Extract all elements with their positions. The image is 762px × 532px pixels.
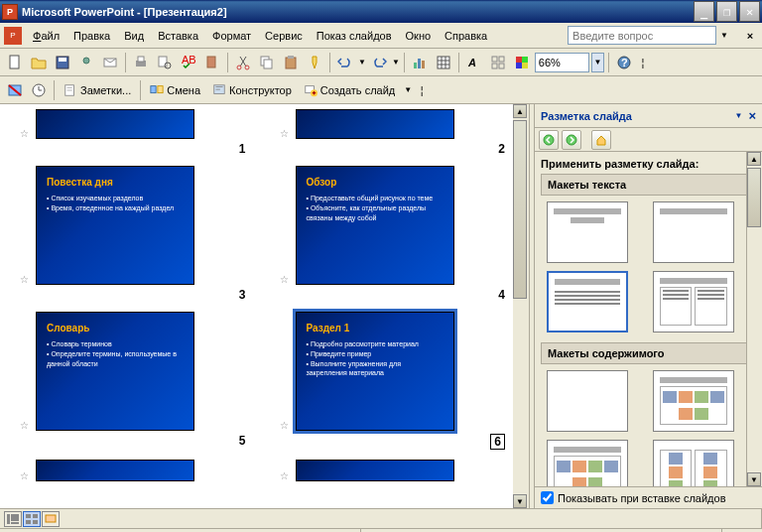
paste-button[interactable] <box>280 52 302 73</box>
slide-number: 5 <box>239 434 246 448</box>
taskpane-dropdown-icon[interactable]: ▼ <box>734 111 742 120</box>
taskpane-scrollbar[interactable]: ▲ ▼ <box>746 152 762 486</box>
help-dropdown-icon[interactable]: ▼ <box>720 31 728 40</box>
zoom-combo[interactable]: 66% <box>535 53 589 72</box>
animation-star-icon: ☆ <box>280 274 294 285</box>
slide-thumbnail[interactable]: Словарь• Словарь терминов• Определите те… <box>36 312 194 431</box>
copy-button[interactable] <box>256 52 278 73</box>
toolbar2-options-icon[interactable]: ¦ <box>416 79 428 101</box>
slide-thumbnail[interactable] <box>296 460 454 481</box>
menu-tools[interactable]: Сервис <box>258 28 310 44</box>
svg-rect-10 <box>207 57 215 67</box>
menu-insert[interactable]: Вставка <box>151 28 205 44</box>
nav-home-button[interactable] <box>591 130 611 150</box>
layout-two-content[interactable] <box>653 440 734 486</box>
close-button[interactable]: ✕ <box>739 1 760 22</box>
research-button[interactable] <box>201 52 223 73</box>
minimize-button[interactable]: _ <box>694 1 714 22</box>
show-formatting-button[interactable]: A <box>463 52 485 73</box>
task-pane: Разметка слайда ▼ × Применить разметку с… <box>534 104 762 508</box>
menu-view[interactable]: Вид <box>117 28 151 44</box>
slide-thumbnail[interactable] <box>36 460 194 481</box>
doc-close-button[interactable]: × <box>742 28 758 44</box>
transition-button[interactable]: Смена <box>145 79 205 101</box>
layout-title[interactable] <box>547 201 628 263</box>
toolbar-options-icon[interactable]: ¦ <box>637 52 649 73</box>
sorter-scrollbar[interactable]: ▲ ▼ <box>513 104 529 508</box>
color-button[interactable] <box>511 52 533 73</box>
slide-thumbnail[interactable]: Повестка дня• Список изучаемых разделов•… <box>36 166 194 285</box>
scroll-up-icon[interactable]: ▲ <box>513 104 527 118</box>
menu-edit[interactable]: Правка <box>66 28 117 44</box>
slide-thumbnail[interactable]: Раздел 1• Подробно рассмотрите материал•… <box>296 312 454 431</box>
print-button[interactable] <box>130 52 152 73</box>
spellcheck-button[interactable]: ABC <box>178 52 199 73</box>
svg-rect-17 <box>414 63 417 68</box>
svg-rect-14 <box>264 60 272 68</box>
new-slide-button[interactable]: Создать слайд <box>299 79 400 101</box>
email-button[interactable] <box>99 52 121 73</box>
layout-content[interactable] <box>653 370 734 432</box>
design-button[interactable]: Конструктор <box>207 79 297 101</box>
slide-number: 1 <box>239 142 246 156</box>
scroll-thumb[interactable] <box>513 120 527 299</box>
taskpane-close-button[interactable]: × <box>748 108 756 123</box>
permission-button[interactable] <box>75 52 97 73</box>
undo-button[interactable] <box>334 52 356 73</box>
format-painter-button[interactable] <box>304 52 325 73</box>
menu-help[interactable]: Справка <box>438 28 494 44</box>
print-preview-button[interactable] <box>154 52 176 73</box>
svg-rect-6 <box>138 57 144 62</box>
open-button[interactable] <box>28 52 50 73</box>
taskpane-title: Разметка слайда <box>541 110 632 122</box>
animation-star-icon: ☆ <box>20 274 34 285</box>
nav-forward-button[interactable] <box>562 130 581 150</box>
help-search-input[interactable] <box>568 26 716 45</box>
slideshow-view-button[interactable] <box>42 511 60 527</box>
slide-thumbnail[interactable] <box>296 109 454 139</box>
layout-blank[interactable] <box>547 370 628 432</box>
redo-button[interactable] <box>368 52 390 73</box>
tp-scroll-down-icon[interactable]: ▼ <box>747 472 761 486</box>
chart-button[interactable] <box>409 52 431 73</box>
layout-title-only[interactable] <box>653 201 734 263</box>
slide-sorter-area[interactable]: ☆1☆2☆Повестка дня• Список изучаемых разд… <box>0 104 529 508</box>
nav-back-button[interactable] <box>539 130 559 150</box>
menu-slideshow[interactable]: Показ слайдов <box>310 28 399 44</box>
svg-rect-27 <box>499 57 504 62</box>
new-slide-dropdown-icon[interactable]: ▼ <box>402 85 414 94</box>
restore-button[interactable]: ❐ <box>716 1 737 22</box>
menu-format[interactable]: Формат <box>205 28 258 44</box>
svg-rect-55 <box>11 522 19 524</box>
zoom-dropdown-icon[interactable]: ▼ <box>591 53 604 72</box>
normal-view-button[interactable] <box>4 511 22 527</box>
help-button[interactable]: ? <box>613 52 635 73</box>
new-button[interactable] <box>4 52 26 73</box>
svg-rect-60 <box>46 515 56 522</box>
animation-star-icon: ☆ <box>20 128 34 139</box>
grid-button[interactable] <box>487 52 509 73</box>
layout-title-bullets[interactable] <box>547 271 628 332</box>
svg-rect-56 <box>26 514 31 518</box>
rehearse-button[interactable] <box>28 79 50 101</box>
slide-thumbnail[interactable] <box>36 109 194 139</box>
save-button[interactable] <box>52 52 73 73</box>
svg-point-11 <box>237 66 241 69</box>
show-on-insert-checkbox[interactable] <box>541 491 554 504</box>
svg-rect-7 <box>159 57 167 66</box>
menu-window[interactable]: Окно <box>399 28 439 44</box>
tp-scroll-thumb[interactable] <box>747 168 761 227</box>
hide-slide-button[interactable] <box>4 79 26 101</box>
tp-scroll-up-icon[interactable]: ▲ <box>747 152 761 166</box>
undo-dropdown-icon[interactable]: ▼ <box>358 58 366 66</box>
layout-title-content[interactable] <box>547 440 628 486</box>
table-button[interactable] <box>433 52 454 73</box>
redo-dropdown-icon[interactable]: ▼ <box>392 58 400 66</box>
menu-file[interactable]: Файл <box>26 28 66 44</box>
sorter-view-button[interactable] <box>23 511 41 527</box>
slide-thumbnail[interactable]: Обзор• Предоставьте общий рисунок по тем… <box>296 166 454 285</box>
layout-two-column[interactable] <box>653 271 734 332</box>
scroll-down-icon[interactable]: ▼ <box>513 494 527 508</box>
notes-button[interactable]: Заметки... <box>59 79 136 101</box>
cut-button[interactable] <box>232 52 254 73</box>
